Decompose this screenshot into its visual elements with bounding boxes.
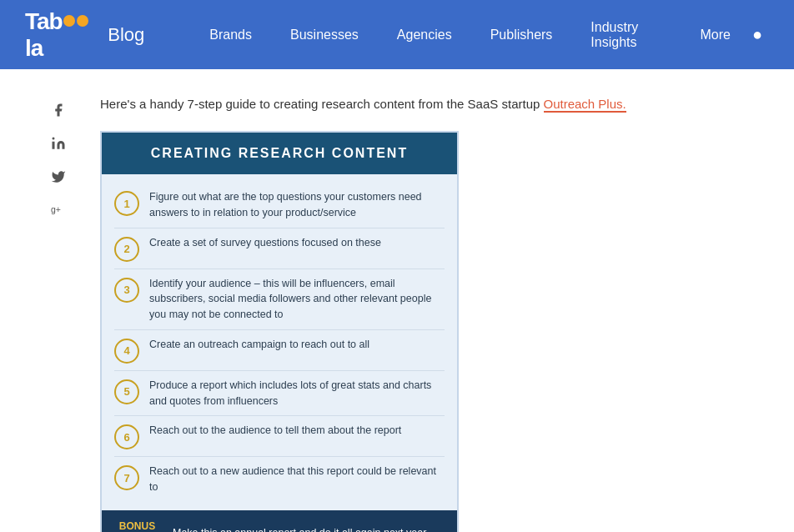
svg-point-0 (53, 138, 55, 140)
nav-brands[interactable]: Brands (194, 0, 267, 69)
nav-publishers[interactable]: Publishers (475, 0, 568, 69)
twitter-icon[interactable] (51, 169, 66, 184)
site-header: Tabla Blog Brands Businesses Agencies Pu… (0, 0, 794, 69)
intro-paragraph: Here's a handy 7-step guide to creating … (100, 94, 761, 114)
intro-text-before: Here's a handy 7-step guide to creating … (100, 97, 544, 111)
bonus-label: BONUS POINTS (114, 520, 160, 532)
step-row-4: 4 Create an outreach campaign to reach o… (114, 330, 445, 371)
header-right: ● (746, 18, 769, 51)
step-number-6: 6 (114, 424, 139, 449)
infographic-bonus: BONUS POINTS Make this an annual report … (102, 510, 457, 532)
step-number-1: 1 (114, 191, 139, 216)
step-text-2: Create a set of survey questions focused… (149, 235, 381, 251)
step-text-3: Identify your audience – this will be in… (149, 276, 445, 323)
step-number-4: 4 (114, 339, 139, 364)
infographic-card: CREATING RESEARCH CONTENT 1 Figure out w… (100, 131, 459, 532)
content-area: g+ Here's a handy 7-step guide to creati… (0, 69, 794, 532)
social-sidebar: g+ (33, 94, 83, 532)
facebook-icon[interactable] (51, 103, 66, 118)
outreach-link[interactable]: Outreach Plus. (544, 97, 626, 113)
article-content: Here's a handy 7-step guide to creating … (83, 94, 761, 532)
step-text-7: Reach out to a new audience that this re… (149, 464, 445, 495)
step-text-6: Reach out to the audience to tell them a… (149, 423, 401, 439)
nav-agencies[interactable]: Agencies (382, 0, 467, 69)
infographic-title: CREATING RESEARCH CONTENT (102, 133, 457, 174)
step-row-7: 7 Reach out to a new audience that this … (114, 457, 445, 502)
infographic-steps: 1 Figure out what are the top questions … (102, 174, 457, 510)
step-row-6: 6 Reach out to the audience to tell them… (114, 416, 445, 457)
search-icon[interactable]: ● (746, 18, 769, 51)
step-text-5: Produce a report which includes lots of … (149, 378, 445, 409)
step-row-5: 5 Produce a report which includes lots o… (114, 371, 445, 417)
step-row-3: 3 Identify your audience – this will be … (114, 269, 445, 330)
nav-industry-insights[interactable]: Industry Insights (575, 0, 676, 69)
step-number-5: 5 (114, 379, 139, 404)
step-text-4: Create an outreach campaign to reach out… (149, 337, 369, 353)
main-nav: Brands Businesses Agencies Publishers In… (194, 0, 746, 69)
svg-text:g+: g+ (51, 204, 61, 214)
bonus-text: Make this an annual report and do it all… (173, 527, 426, 532)
logo-oo-left (63, 15, 75, 27)
step-number-2: 2 (114, 237, 139, 262)
step-text-1: Figure out what are the top questions yo… (149, 189, 445, 221)
step-row-1: 1 Figure out what are the top questions … (114, 183, 445, 228)
logo-text: Tabla (25, 8, 101, 62)
step-number-3: 3 (114, 278, 139, 303)
googleplus-icon[interactable]: g+ (50, 203, 67, 218)
step-number-7: 7 (114, 465, 139, 490)
logo-blog: Blog (108, 24, 144, 46)
linkedin-icon[interactable] (51, 136, 66, 151)
site-logo[interactable]: Tabla Blog (25, 8, 144, 62)
logo-oo-right (77, 15, 88, 27)
nav-more[interactable]: More (685, 0, 745, 69)
step-row-2: 2 Create a set of survey questions focus… (114, 228, 445, 269)
nav-businesses[interactable]: Businesses (275, 0, 374, 69)
